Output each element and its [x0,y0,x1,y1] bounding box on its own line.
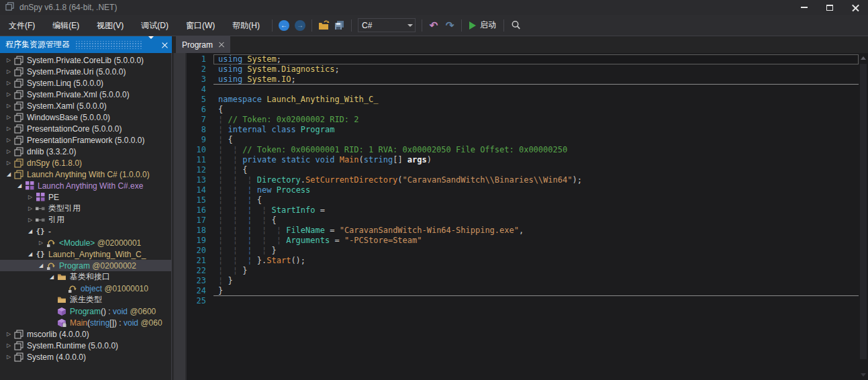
scroll-down-arrow-icon[interactable] [861,373,866,377]
code-line[interactable]: ¦ ¦ ¦ { [213,195,859,205]
tree-item[interactable]: ▷mscorlib (4.0.0.0) [0,328,172,340]
expander-icon[interactable]: ◢ [4,171,13,177]
tree-item[interactable]: ▷dnSpy (6.1.8.0) [0,157,172,169]
menu-help[interactable]: 帮助(H) [224,15,269,36]
tree-item[interactable]: ▷System.Linq (5.0.0.0) [0,77,172,89]
tab-close-icon[interactable] [219,42,224,48]
expander-icon[interactable]: ▷ [4,126,13,132]
code-line[interactable]: ¦ ¦ { [213,165,859,175]
expander-icon[interactable]: ▷ [26,205,35,211]
panel-menu-button[interactable] [148,39,154,51]
code-line[interactable] [213,296,859,306]
language-combobox[interactable]: C# [358,18,416,32]
navigate-forward-button[interactable]: → [292,17,308,34]
expander-icon[interactable]: ▷ [4,91,13,97]
tree-item[interactable]: ▷PresentationFramework (5.0.0.0) [0,134,172,146]
expander-icon[interactable]: ▷ [4,331,13,337]
code-line[interactable]: ¦ // Token: 0x02000002 RID: 2 [213,115,859,125]
code-line[interactable]: namespace Launch_Anything_With_C_ [213,95,859,105]
expander-icon[interactable]: ▷ [26,194,35,200]
code-line[interactable]: ¦ ¦ ¦ ¦ } [213,246,859,256]
menu-window[interactable]: 窗口(W) [177,15,224,36]
tree-item[interactable]: ◢Program @02000002 [0,260,172,271]
expander-icon[interactable]: ◢ [26,228,35,234]
tree-item[interactable]: ◢基类和接口 [0,271,172,283]
code-line[interactable]: ¦ ¦ private static void Main(string[] ar… [213,155,859,165]
code-line[interactable]: ¦ ¦ ¦ ¦ StartInfo = [213,205,859,216]
tree-item[interactable]: ▷WindowsBase (5.0.0.0) [0,111,172,123]
code-line[interactable]: ¦ ¦ ¦ Directory.SetCurrentDirectory("Car… [213,175,859,185]
tree-item[interactable]: ◢{}- [0,226,172,237]
tab-program[interactable]: Program [176,36,230,53]
start-debug-button[interactable]: 启动 [465,17,500,34]
code-line[interactable]: ¦ { [213,135,859,145]
navigate-back-button[interactable]: ← [276,17,292,34]
tree-item[interactable]: object @01000010 [0,283,172,294]
expander-icon[interactable]: ▷ [4,342,13,348]
redo-button[interactable]: ↷ [442,17,458,34]
tree-item[interactable]: ▷System.Runtime (5.0.0.0) [0,340,172,351]
panel-close-button[interactable] [162,39,168,51]
search-button[interactable] [508,17,524,34]
code-line[interactable]: ¦ internal class Program [213,125,859,135]
expander-icon[interactable]: ▷ [36,240,46,246]
scroll-up-arrow-icon[interactable] [861,56,866,60]
scrollbar-thumb[interactable] [860,64,867,359]
tree-item[interactable]: ▷System.Xaml (5.0.0.0) [0,100,172,111]
tree-item[interactable]: ▷PE [0,191,172,203]
code-line[interactable] [213,85,859,95]
combobox-dropdown-button[interactable] [405,19,415,32]
assembly-explorer-header[interactable]: 程序集资源管理器 [0,36,172,53]
expander-icon[interactable]: ▷ [4,80,13,86]
code-line[interactable]: { [213,105,859,115]
expander-icon[interactable]: ▷ [26,217,35,223]
expander-icon[interactable]: ▷ [4,148,13,154]
code-line[interactable]: ¦ ¦ } [213,266,859,276]
code-line[interactable]: ¦ ¦ ¦ new Process [213,185,859,195]
expander-icon[interactable]: ◢ [36,263,46,269]
expander-icon[interactable]: ◢ [26,251,35,257]
expander-icon[interactable]: ▷ [4,103,13,109]
expander-icon[interactable]: ▷ [4,137,13,143]
code-line[interactable]: ¦ ¦ // Token: 0x06000001 RID: 1 RVA: 0x0… [213,145,859,155]
save-all-button[interactable] [332,17,348,34]
open-file-button[interactable] [316,17,332,34]
code-line[interactable]: using System; [213,54,859,64]
expander-icon[interactable]: ▷ [4,57,13,63]
close-button[interactable] [842,0,868,15]
expander-icon[interactable]: ▷ [4,160,13,166]
code-line[interactable]: ¦ ¦ ¦ ¦ { [213,216,859,226]
tree-item[interactable]: ▷System.Private.Xml (5.0.0.0) [0,89,172,100]
menu-edit[interactable]: 编辑(E) [44,15,88,36]
menu-view[interactable]: 视图(V) [88,15,132,36]
undo-button[interactable]: ↶ [426,17,442,34]
tree-item[interactable]: 派生类型 [0,294,172,305]
tree-item[interactable]: Main(string[]) : void @060 [0,317,172,328]
tree-item[interactable]: ◢Launch Anything With C# (1.0.0.0) [0,169,172,180]
expander-icon[interactable]: ◢ [47,274,56,280]
tree-item[interactable]: ▷PresentationCore (5.0.0.0) [0,123,172,134]
expander-icon[interactable]: ▷ [4,354,13,360]
tree-item[interactable]: ▷System (4.0.0.0) [0,351,172,363]
code-pane[interactable]: using System;using System.Diagnostics;us… [213,53,859,380]
tree-item[interactable]: ▷引用 [0,214,172,226]
maximize-button[interactable] [817,0,842,15]
expander-icon[interactable]: ▷ [4,114,13,120]
tree-item[interactable]: ▷System.Private.Uri (5.0.0.0) [0,66,172,77]
code-line[interactable]: using System.IO; [213,75,859,85]
tree-item[interactable]: ▷System.Private.CoreLib (5.0.0.0) [0,54,172,66]
menu-file[interactable]: 文件(F) [0,15,44,36]
tree-item[interactable]: Program() : void @0600 [0,305,172,317]
code-line[interactable]: ¦ ¦ ¦ ¦ ¦ Arguments = "-PCStore=Steam" [213,236,859,246]
editor-vertical-scrollbar[interactable] [859,53,868,380]
expander-icon[interactable]: ◢ [15,183,24,189]
tree-item[interactable]: ◢{}Launch_Anything_With_C_ [0,248,172,260]
expander-icon[interactable]: ▷ [4,68,13,75]
code-editor[interactable]: 1234567891011121314151617181920212223242… [187,53,868,380]
code-line[interactable]: ¦ ¦ ¦ ¦ ¦ FileName = "CaravanSandWitch-W… [213,226,859,236]
tree-item[interactable]: ▷dnlib (3.3.2.0) [0,146,172,157]
minimize-button[interactable] [791,0,817,15]
menu-debug[interactable]: 调试(D) [132,15,177,36]
code-line[interactable]: ¦ } [213,276,859,286]
scrollbar-thumb[interactable] [174,53,185,380]
